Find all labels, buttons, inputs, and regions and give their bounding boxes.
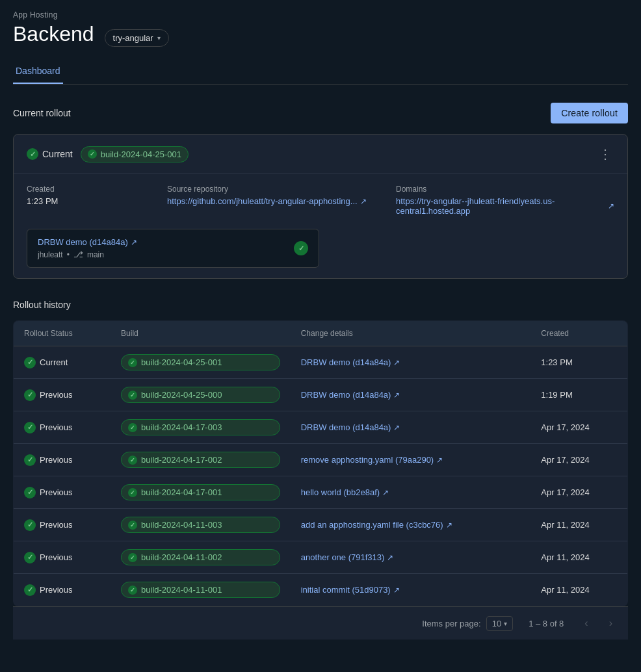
build-id-label: build-2024-04-25-001 <box>101 149 181 159</box>
next-page-button[interactable]: › <box>604 615 618 632</box>
change-details-cell-1: DRBW demo (d14a84a) ↗ <box>291 379 531 411</box>
app-hosting-label: App Hosting <box>13 10 628 19</box>
change-details-link[interactable]: hello world (bb2e8af) ↗ <box>301 487 521 497</box>
col-change-details: Change details <box>291 321 531 346</box>
status-cell-1: Previous <box>14 379 111 411</box>
build-cell-5: build-2024-04-11-003 <box>111 509 291 541</box>
created-cell-6: Apr 11, 2024 <box>530 541 627 574</box>
items-per-page-label: Items per page: <box>422 619 480 628</box>
change-external-icon: ↗ <box>393 391 400 400</box>
row-build-badge: build-2024-04-17-002 <box>121 452 280 468</box>
source-repo-info: Source repository https://github.com/jhu… <box>167 185 386 216</box>
col-created: Created <box>530 321 627 346</box>
row-build-badge: build-2024-04-17-003 <box>121 419 280 435</box>
col-build: Build <box>111 321 291 346</box>
row-status-icon <box>24 422 36 433</box>
row-build-text: build-2024-04-17-001 <box>141 487 222 497</box>
current-rollout-card: Current build-2024-04-25-001 ⋮ Created 1… <box>13 134 628 279</box>
row-status-text: Previous <box>40 455 73 465</box>
row-status-text: Previous <box>40 390 73 400</box>
build-cell-6: build-2024-04-11-002 <box>111 541 291 574</box>
chevron-down-icon: ▾ <box>157 34 161 42</box>
more-options-icon[interactable]: ⋮ <box>596 144 614 164</box>
domain-link[interactable]: https://try-angular--jhuleatt-friendlyea… <box>396 196 614 216</box>
table-body: Currentbuild-2024-04-25-001DRBW demo (d1… <box>14 346 628 606</box>
status-cell-4: Previous <box>14 476 111 509</box>
table-row: Currentbuild-2024-04-25-001DRBW demo (d1… <box>14 346 628 379</box>
status-cell-5: Previous <box>14 509 111 541</box>
build-badge: build-2024-04-25-001 <box>81 146 189 162</box>
tabs: Dashboard <box>13 59 628 84</box>
build-cell-3: build-2024-04-17-002 <box>111 444 291 476</box>
per-page-chevron-icon: ▾ <box>504 620 507 627</box>
change-external-icon: ↗ <box>446 521 452 530</box>
row-build-badge: build-2024-04-11-002 <box>121 549 280 565</box>
row-status-icon <box>24 519 36 531</box>
change-details-link[interactable]: add an apphosting.yaml file (c3cbc76) ↗ <box>301 520 521 530</box>
col-rollout-status: Rollout Status <box>14 321 111 346</box>
current-label: Current <box>42 149 73 159</box>
change-external-icon: ↗ <box>436 456 443 465</box>
card-header: Current build-2024-04-25-001 ⋮ <box>14 135 627 174</box>
row-build-badge: build-2024-04-25-001 <box>121 354 280 370</box>
commit-branch: main <box>87 250 104 259</box>
table-row: Previousbuild-2024-04-11-002another one … <box>14 541 628 574</box>
table-header-row: Rollout Status Build Change details Crea… <box>14 321 628 346</box>
change-details-link[interactable]: initial commit (51d9073) ↗ <box>301 585 521 595</box>
source-repo-label: Source repository <box>167 185 386 194</box>
status-cell-2: Previous <box>14 411 111 444</box>
commit-external-icon: ↗ <box>131 238 137 247</box>
row-build-text: build-2024-04-11-003 <box>141 520 222 530</box>
change-details-link[interactable]: DRBW demo (d14a84a) ↗ <box>301 390 521 400</box>
build-check-icon <box>88 149 97 159</box>
created-cell-0: 1:23 PM <box>530 346 627 379</box>
page-title: Backend <box>13 22 94 46</box>
row-build-badge: build-2024-04-11-003 <box>121 517 280 533</box>
change-details-link[interactable]: remove apphosting.yaml (79aa290) ↗ <box>301 455 521 465</box>
change-details-link[interactable]: DRBW demo (d14a84a) ↗ <box>301 422 521 432</box>
change-details-link[interactable]: another one (791f313) ↗ <box>301 552 521 562</box>
build-cell-0: build-2024-04-25-001 <box>111 346 291 379</box>
row-status-text: Previous <box>40 520 73 530</box>
row-build-icon <box>128 488 137 497</box>
row-build-text: build-2024-04-17-002 <box>141 455 222 465</box>
commit-link-text: DRBW demo (d14a84a) <box>38 237 128 247</box>
commit-link[interactable]: DRBW demo (d14a84a) ↗ <box>38 237 137 247</box>
commit-status-icon <box>294 241 308 255</box>
row-build-text: build-2024-04-11-002 <box>141 552 222 562</box>
table-row: Previousbuild-2024-04-17-001hello world … <box>14 476 628 509</box>
build-cell-7: build-2024-04-11-001 <box>111 574 291 606</box>
row-build-icon <box>128 456 137 465</box>
row-status-text: Previous <box>40 487 73 497</box>
per-page-select-wrapper[interactable]: 10 ▾ <box>486 616 513 631</box>
row-status-icon <box>24 487 36 498</box>
created-cell-4: Apr 17, 2024 <box>530 476 627 509</box>
current-rollout-section-header: Current rollout Create rollout <box>13 103 628 123</box>
table-row: Previousbuild-2024-04-11-003add an appho… <box>14 509 628 541</box>
row-build-icon <box>128 553 137 562</box>
change-details-link[interactable]: DRBW demo (d14a84a) ↗ <box>301 357 521 367</box>
current-status-indicator: Current <box>27 148 73 160</box>
row-status-icon <box>24 454 36 466</box>
commit-meta: jhuleatt • ⎇ main <box>38 250 137 259</box>
branch-selector[interactable]: try-angular ▾ <box>105 29 169 47</box>
created-cell-7: Apr 11, 2024 <box>530 574 627 606</box>
change-details-cell-3: remove apphosting.yaml (79aa290) ↗ <box>291 444 531 476</box>
change-external-icon: ↗ <box>393 586 400 595</box>
change-external-icon: ↗ <box>393 358 400 367</box>
external-link-icon: ↗ <box>360 197 367 206</box>
row-status-text: Previous <box>40 585 73 595</box>
created-cell-5: Apr 11, 2024 <box>530 509 627 541</box>
status-cell-6: Previous <box>14 541 111 574</box>
prev-page-button[interactable]: ‹ <box>579 615 593 632</box>
create-rollout-button[interactable]: Create rollout <box>551 103 628 123</box>
change-external-icon: ↗ <box>382 488 389 497</box>
row-status-text: Current <box>40 357 68 367</box>
created-info: Created 1:23 PM <box>27 185 157 216</box>
tab-dashboard[interactable]: Dashboard <box>13 59 63 84</box>
row-build-text: build-2024-04-25-000 <box>141 390 222 400</box>
commit-author: jhuleatt <box>38 250 63 259</box>
row-status-text: Previous <box>40 422 73 432</box>
meta-separator: • <box>67 250 70 259</box>
source-repo-link[interactable]: https://github.com/jhuleatt/try-angular-… <box>167 196 386 206</box>
